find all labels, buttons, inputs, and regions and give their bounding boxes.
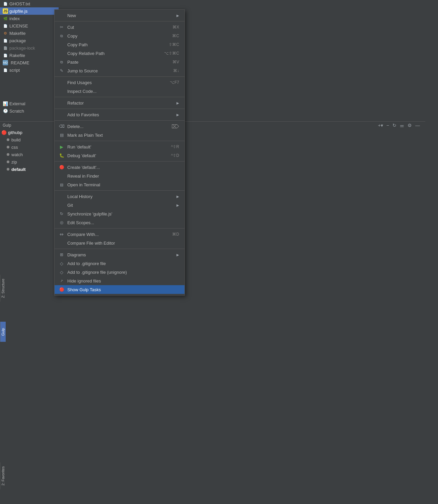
- gulp-tab[interactable]: Gulp: [0, 322, 6, 342]
- menu-label-mark-plain-text: Mark as Plain Text: [67, 133, 179, 138]
- menu-item-debug-default[interactable]: 🐛 Debug 'default' ^⇧D: [55, 151, 185, 160]
- menu-label-run-default: Run 'default': [67, 144, 171, 149]
- makefile-icon: ⚙: [3, 30, 8, 36]
- menu-item-run-default[interactable]: ▶ Run 'default' ^⇧R: [55, 142, 185, 151]
- external-section: 📊 External 🕐 Scratch: [0, 100, 59, 115]
- leaf-icon: 🌿: [3, 16, 8, 21]
- external-label: External: [9, 101, 25, 106]
- menu-item-open-terminal[interactable]: ▤ Open in Terminal: [55, 180, 185, 189]
- task-name: default: [11, 167, 26, 172]
- plain-text-icon: ▤: [59, 133, 65, 137]
- add-icon[interactable]: +▾: [378, 123, 383, 128]
- sync-icon: ↻: [59, 211, 65, 216]
- menu-label-show-gulp-tasks: Show Gulp Tasks: [67, 287, 179, 292]
- menu-item-jump-to-source[interactable]: ✎ Jump to Source ⌘↓: [55, 66, 185, 75]
- menu-item-delete[interactable]: ⌫ Delete... ⌦: [55, 122, 185, 131]
- menu-item-git[interactable]: Git ▶: [55, 201, 185, 209]
- list-item[interactable]: 📄 package: [0, 37, 59, 44]
- menu-item-cut[interactable]: ✂ Cut ⌘X: [55, 23, 185, 32]
- gulp-task-build[interactable]: build: [0, 136, 59, 143]
- favorites-tab[interactable]: 2: Favorites: [0, 462, 6, 489]
- menu-label-inspect-code: Inspect Code...: [67, 89, 179, 94]
- gulp-task-zip[interactable]: zip: [0, 158, 59, 166]
- menu-item-paste[interactable]: ⧉ Paste ⌘V: [55, 58, 185, 66]
- menu-item-copy[interactable]: ⧉ Copy ⌘C: [55, 32, 185, 40]
- menu-item-compare-with[interactable]: ⇔ Compare With... ⌘D: [55, 230, 185, 239]
- scratch-item[interactable]: 🕐 Scratch: [0, 107, 59, 115]
- arrow-icon: ▶: [176, 253, 179, 257]
- file-name: script: [9, 68, 20, 73]
- menu-item-add-to-favorites[interactable]: Add to Favorites ▶: [55, 110, 185, 119]
- file-icon: 📄: [3, 53, 8, 58]
- list-item[interactable]: 📄 Rakefile: [0, 52, 59, 59]
- menu-item-add-gitignore[interactable]: ◇ Add to .gitignore file: [55, 259, 185, 268]
- gear-icon[interactable]: ⚙: [408, 123, 412, 128]
- js-icon: JS: [3, 8, 8, 14]
- menu-label-copy-relative-path: Copy Relative Path: [67, 51, 164, 56]
- menu-item-mark-plain-text[interactable]: ▤ Mark as Plain Text: [55, 131, 185, 139]
- gulp-project-row[interactable]: 🔴 githubp: [0, 129, 59, 136]
- menu-item-new[interactable]: New ▶: [55, 11, 185, 20]
- list-item[interactable]: 📄 package-lock: [0, 44, 59, 52]
- shortcut-copy-relative: ⌥⇧⌘C: [164, 51, 179, 56]
- list-item[interactable]: MD README: [0, 59, 59, 66]
- menu-label-copy-path: Copy Path: [67, 42, 169, 47]
- menu-item-edit-scopes[interactable]: ◎ Edit Scopes...: [55, 218, 185, 227]
- task-bullet: [7, 161, 9, 163]
- list-item[interactable]: 📄 LICENSE: [0, 22, 59, 29]
- file-name: Makefile: [9, 31, 25, 36]
- clock-icon: 🕐: [3, 108, 8, 114]
- menu-item-add-gitignore-unignore[interactable]: ◇ Add to .gitignore file (unignore): [55, 268, 185, 276]
- md-icon: MD: [3, 60, 8, 65]
- menu-item-reveal-finder[interactable]: Reveal in Finder: [55, 172, 185, 180]
- menu-item-hide-ignored[interactable]: .i* Hide ignored files: [55, 276, 185, 285]
- refresh-icon[interactable]: ↻: [392, 123, 396, 128]
- hide-ignored-icon: .i*: [59, 279, 65, 282]
- menu-label-find-usages: Find Usages: [67, 80, 170, 85]
- gulp-toolbar: +▾ − ↻ ⚌ ⚙ —: [378, 123, 425, 128]
- shortcut-delete: ⌦: [171, 123, 179, 130]
- menu-item-diagrams[interactable]: ⊞ Diagrams ▶: [55, 250, 185, 259]
- shortcut-cut: ⌘X: [172, 25, 179, 29]
- menu-label-git: Git: [67, 203, 174, 208]
- separator: [55, 228, 185, 229]
- context-menu: New ▶ ✂ Cut ⌘X ⧉ Copy ⌘C Copy Path ⇧⌘C C…: [54, 9, 185, 296]
- menu-item-local-history[interactable]: Local History ▶: [55, 192, 185, 201]
- list-item[interactable]: JS gulpfile.js: [0, 7, 59, 15]
- favorites-tab-label: 2: Favorites: [1, 466, 5, 485]
- list-item[interactable]: 🌿 index: [0, 15, 59, 22]
- task-name: watch: [11, 152, 23, 157]
- menu-item-copy-path[interactable]: Copy Path ⇧⌘C: [55, 40, 185, 49]
- menu-item-copy-relative-path[interactable]: Copy Relative Path ⌥⇧⌘C: [55, 49, 185, 58]
- list-item[interactable]: 📄 script: [0, 66, 59, 74]
- menu-item-create-default[interactable]: 🔴 Create 'default'...: [55, 163, 185, 172]
- create-icon: 🔴: [59, 165, 65, 170]
- gulp-task-css[interactable]: css: [0, 143, 59, 151]
- close-icon[interactable]: —: [415, 123, 420, 128]
- menu-item-inspect-code[interactable]: Inspect Code...: [55, 87, 185, 96]
- list-item[interactable]: 📄 GHOST.txt: [0, 0, 59, 7]
- structure-tab[interactable]: Z: Structure: [0, 275, 6, 302]
- menu-item-compare-editor[interactable]: Compare File with Editor: [55, 239, 185, 247]
- menu-label-hide-ignored: Hide ignored files: [67, 278, 179, 284]
- gulp-task-watch[interactable]: watch: [0, 151, 59, 158]
- menu-item-synchronize[interactable]: ↻ Synchronize 'gulpfile.js': [55, 209, 185, 218]
- gulp-project-name: githubp: [8, 130, 22, 135]
- menu-label-local-history: Local History: [67, 194, 174, 199]
- task-bullet: [7, 153, 9, 156]
- menu-label-compare-with: Compare With...: [67, 232, 172, 237]
- menu-item-find-usages[interactable]: Find Usages ⌥F7: [55, 78, 185, 87]
- separator: [55, 249, 185, 249]
- menu-item-refactor[interactable]: Refactor ▶: [55, 99, 185, 107]
- filter-icon[interactable]: ⚌: [400, 123, 404, 128]
- shortcut-compare: ⌘D: [172, 232, 179, 237]
- menu-label-edit-scopes: Edit Scopes...: [67, 220, 179, 225]
- gulp-task-default[interactable]: default: [0, 166, 59, 173]
- external-item[interactable]: 📊 External: [0, 100, 59, 107]
- run-icon: ▶: [59, 144, 65, 149]
- menu-label-diagrams: Diagrams: [67, 252, 174, 257]
- scopes-icon: ◎: [59, 220, 65, 225]
- menu-item-show-gulp-tasks[interactable]: 🔴 Show Gulp Tasks: [55, 285, 185, 294]
- minus-icon[interactable]: −: [386, 123, 389, 128]
- list-item[interactable]: ⚙ Makefile: [0, 29, 59, 37]
